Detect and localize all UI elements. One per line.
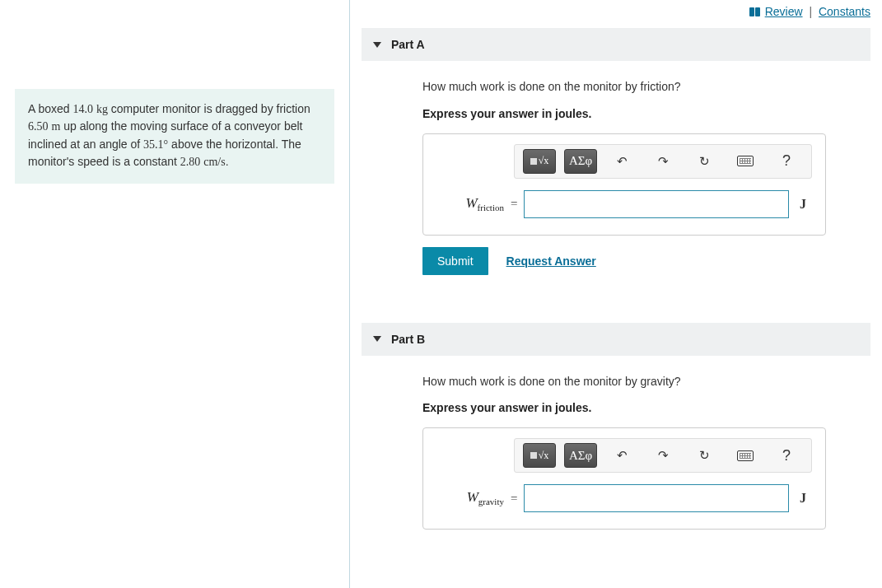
speed-value: 2.80 [180, 156, 201, 168]
problem-statement: A boxed 14.0 kg computer monitor is drag… [15, 89, 334, 184]
unit-label: J [794, 491, 812, 506]
separator: | [809, 5, 812, 18]
equation-toolbar: √x ΑΣφ ↶ ↷ ↻ ? [514, 144, 812, 179]
angle-value: 35.1° [143, 138, 168, 151]
part-b-title: Part B [391, 333, 425, 346]
reset-button[interactable]: ↻ [688, 149, 721, 174]
top-links: Review | Constants [362, 0, 870, 28]
undo-button[interactable]: ↶ [605, 443, 638, 468]
part-a-body: How much work is done on the monitor by … [362, 61, 870, 300]
answer-row: Wgravity = J [436, 484, 812, 512]
caret-down-icon[interactable] [373, 336, 381, 342]
mass-unit: kg [96, 103, 108, 115]
part-a-question: How much work is done on the monitor by … [422, 79, 826, 96]
caret-down-icon[interactable] [373, 42, 381, 48]
speed-unit: cm/s [203, 156, 225, 168]
answer-row: Wfriction = J [436, 190, 812, 218]
keyboard-icon [737, 156, 754, 166]
redo-button[interactable]: ↷ [646, 149, 679, 174]
mass-value: 14.0 [73, 103, 94, 115]
equals-sign: = [511, 492, 517, 506]
answer-panel: Review | Constants Part A How much work … [350, 0, 882, 588]
part-b-body: How much work is done on the monitor by … [362, 356, 870, 555]
equation-toolbar: √x ΑΣφ ↶ ↷ ↻ ? [514, 438, 812, 473]
part-b-question: How much work is done on the monitor by … [422, 374, 826, 390]
constants-link[interactable]: Constants [819, 5, 870, 18]
part-b-answer-box: √x ΑΣφ ↶ ↷ ↻ ? Wgravity = J [422, 427, 826, 530]
part-b-instruction: Express your answer in joules. [422, 401, 826, 414]
part-a-header[interactable]: Part A [362, 28, 870, 61]
part-a-actions: Submit Request Answer [422, 247, 826, 275]
help-button[interactable]: ? [770, 149, 803, 174]
greek-symbols-button[interactable]: ΑΣφ [564, 149, 597, 174]
keyboard-button[interactable] [729, 149, 762, 174]
distance-unit: m [51, 120, 60, 133]
variable-label: Wgravity [436, 489, 504, 506]
request-answer-link[interactable]: Request Answer [506, 254, 596, 268]
redo-button[interactable]: ↷ [646, 443, 679, 468]
book-icon [749, 6, 760, 15]
part-a-title: Part A [391, 38, 425, 51]
distance-value: 6.50 [28, 120, 49, 133]
keyboard-button[interactable] [729, 443, 762, 468]
unit-label: J [794, 197, 812, 212]
math-templates-button[interactable]: √x [523, 149, 556, 174]
greek-symbols-button[interactable]: ΑΣφ [564, 443, 597, 468]
problem-text: computer monitor is dragged by friction [108, 102, 310, 115]
review-link[interactable]: Review [765, 5, 803, 18]
part-a-answer-box: √x ΑΣφ ↶ ↷ ↻ ? Wfriction = J [422, 133, 826, 236]
part-a-answer-input[interactable] [524, 190, 789, 218]
reset-button[interactable]: ↻ [688, 443, 721, 468]
undo-button[interactable]: ↶ [605, 149, 638, 174]
part-b-answer-input[interactable] [524, 484, 789, 512]
keyboard-icon [737, 450, 754, 461]
submit-button[interactable]: Submit [422, 247, 488, 275]
variable-label: Wfriction [436, 195, 504, 212]
equals-sign: = [511, 197, 517, 211]
part-b-header[interactable]: Part B [362, 323, 870, 356]
problem-text: . [226, 155, 229, 168]
problem-text: A boxed [28, 102, 73, 115]
problem-panel: A boxed 14.0 kg computer monitor is drag… [0, 0, 350, 588]
part-a-instruction: Express your answer in joules. [422, 107, 826, 120]
math-templates-button[interactable]: √x [523, 443, 556, 468]
help-button[interactable]: ? [770, 443, 803, 468]
